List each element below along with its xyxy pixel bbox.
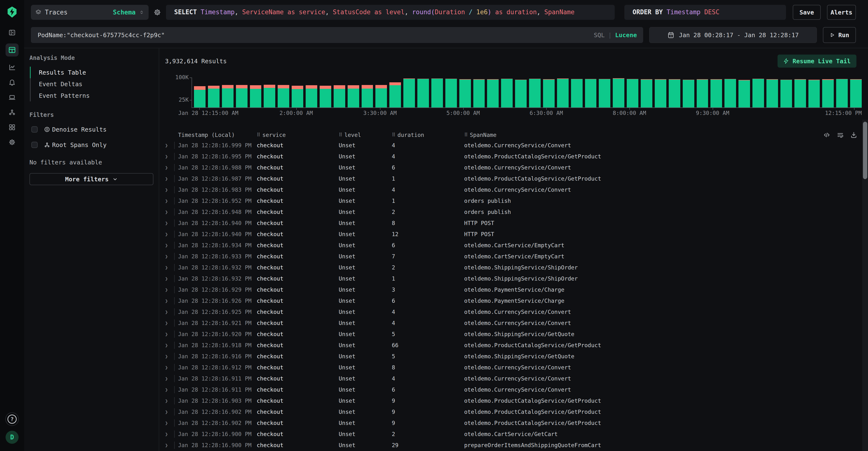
expand-chevron-icon[interactable]: ❯	[165, 276, 174, 282]
expand-chevron-icon[interactable]: ❯	[165, 365, 174, 370]
table-row[interactable]: ❯Jan 28 12:28:16.933 PMcheckoutUnset7ote…	[165, 251, 868, 262]
chart-bar[interactable]	[836, 79, 848, 108]
filter-denoise-results[interactable]: Denoise Results	[31, 122, 153, 137]
table-row[interactable]: ❯Jan 28 12:28:16.940 PMcheckoutUnset12HT…	[165, 229, 868, 240]
column-header-timestamp[interactable]: Timestamp (Local)	[178, 132, 249, 138]
alerts-button[interactable]: Alerts	[827, 5, 856, 20]
expand-chevron-icon[interactable]: ❯	[165, 298, 174, 304]
table-row[interactable]: ❯Jan 28 12:28:16.988 PMcheckoutUnset6ote…	[165, 162, 868, 173]
mode-event-patterns[interactable]: Event Patterns	[39, 90, 90, 102]
expand-chevron-icon[interactable]: ❯	[165, 398, 174, 404]
mode-event-deltas[interactable]: Event Deltas	[39, 78, 90, 90]
table-row[interactable]: ❯Jan 28 12:28:16.902 PMcheckoutUnset9ote…	[165, 406, 868, 418]
chart-bar[interactable]	[403, 79, 415, 108]
table-row[interactable]: ❯Jan 28 12:28:16.952 PMcheckoutUnset1ord…	[165, 195, 868, 206]
root-spans-checkbox[interactable]	[31, 142, 38, 148]
chart-bar[interactable]	[445, 79, 457, 108]
table-row[interactable]: ❯Jan 28 12:28:16.900 PMcheckoutUnset29pr…	[165, 440, 868, 451]
drag-handle-icon[interactable]: ⠿	[339, 132, 342, 138]
expand-chevron-icon[interactable]: ❯	[165, 287, 174, 292]
drag-handle-icon[interactable]: ⠿	[392, 132, 395, 138]
chart-bar[interactable]	[501, 79, 513, 108]
collapse-sidebar-icon[interactable]	[5, 26, 19, 39]
chart-bar[interactable]	[194, 86, 206, 108]
table-row[interactable]: ❯Jan 28 12:28:16.940 PMcheckoutUnset8HTT…	[165, 218, 868, 229]
expand-chevron-icon[interactable]: ❯	[165, 331, 174, 337]
download-icon[interactable]	[850, 131, 857, 139]
filter-root-spans-only[interactable]: Root Spans Only	[31, 137, 153, 152]
table-row[interactable]: ❯Jan 28 12:28:16.918 PMcheckoutUnset66ot…	[165, 340, 868, 351]
chart-bar[interactable]	[557, 79, 569, 108]
language-toggle[interactable]: SQL | Lucene	[594, 32, 637, 39]
chart-bar[interactable]	[850, 79, 862, 108]
chart-bar[interactable]	[250, 85, 261, 108]
client-sessions-laptop-icon[interactable]	[5, 91, 19, 104]
code-icon[interactable]	[823, 131, 830, 139]
date-range-picker[interactable]: 1 Jan 28 00:28:17 - Jan 28 12:28:17	[649, 27, 817, 43]
expand-chevron-icon[interactable]: ❯	[165, 142, 174, 148]
search-results-table-icon[interactable]	[5, 44, 19, 56]
drag-handle-icon[interactable]: ⠿	[257, 132, 260, 138]
column-header-level[interactable]: ⠿level	[332, 132, 384, 138]
table-row[interactable]: ❯Jan 28 12:28:16.983 PMcheckoutUnset4ote…	[165, 184, 868, 195]
expand-chevron-icon[interactable]: ❯	[165, 187, 174, 193]
chart-bar[interactable]	[334, 85, 345, 108]
wrap-lines-icon[interactable]	[837, 131, 844, 139]
table-row[interactable]: ❯Jan 28 12:28:16.912 PMcheckoutUnset8ote…	[165, 362, 868, 373]
chart-bar[interactable]	[683, 80, 694, 108]
expand-chevron-icon[interactable]: ❯	[165, 264, 174, 271]
expand-chevron-icon[interactable]: ❯	[165, 354, 174, 359]
expand-chevron-icon[interactable]: ❯	[165, 320, 174, 326]
chart-bar[interactable]	[292, 86, 303, 108]
chart-bar[interactable]	[543, 79, 555, 108]
chart-bar[interactable]	[808, 80, 820, 108]
sql-toggle[interactable]: SQL	[594, 32, 604, 39]
chart-bar[interactable]	[627, 79, 638, 108]
table-row[interactable]: ❯Jan 28 12:28:16.932 PMcheckoutUnset2ote…	[165, 262, 868, 273]
chart-bar[interactable]	[724, 79, 736, 108]
chart-bar[interactable]	[641, 79, 652, 108]
settings-gear-icon[interactable]	[5, 136, 19, 149]
expand-chevron-icon[interactable]: ❯	[165, 231, 174, 237]
resume-live-tail-button[interactable]: Resume Live Tail	[778, 55, 857, 67]
expand-chevron-icon[interactable]: ❯	[165, 420, 174, 426]
user-avatar[interactable]: D	[5, 431, 19, 444]
chart-bar[interactable]	[390, 82, 401, 108]
chart-bar[interactable]	[278, 85, 289, 108]
expand-chevron-icon[interactable]: ❯	[165, 176, 174, 181]
sql-select-input[interactable]: SELECT Timestamp, ServiceName as service…	[166, 5, 615, 20]
app-logo-icon[interactable]	[6, 6, 18, 18]
dashboards-grid-icon[interactable]	[5, 121, 19, 134]
chart-bar[interactable]	[697, 79, 708, 108]
expand-chevron-icon[interactable]: ❯	[165, 342, 174, 348]
source-settings-gear-icon[interactable]	[152, 8, 163, 16]
expand-chevron-icon[interactable]: ❯	[165, 254, 174, 259]
chart-bar[interactable]	[795, 79, 806, 108]
table-row[interactable]: ❯Jan 28 12:28:16.921 PMcheckoutUnset4ote…	[165, 317, 868, 329]
table-row[interactable]: ❯Jan 28 12:28:16.934 PMcheckoutUnset6ote…	[165, 240, 868, 251]
column-header-service[interactable]: ⠿service	[249, 132, 332, 138]
lucene-toggle[interactable]: Lucene	[615, 32, 637, 39]
chart-bar[interactable]	[571, 79, 583, 108]
expand-chevron-icon[interactable]: ❯	[165, 431, 174, 437]
help-icon[interactable]: ?	[5, 412, 19, 426]
chart-bar[interactable]	[515, 80, 527, 108]
source-select[interactable]: Traces Schema	[31, 5, 149, 20]
chart-bar[interactable]	[362, 85, 373, 108]
table-row[interactable]: ❯Jan 28 12:28:16.900 PMcheckoutUnset2ote…	[165, 428, 868, 440]
table-row[interactable]: ❯Jan 28 12:28:16.995 PMcheckoutUnset4ote…	[165, 151, 868, 162]
chart-bar[interactable]	[752, 79, 764, 108]
table-row[interactable]: ❯Jan 28 12:28:16.916 PMcheckoutUnset5ote…	[165, 351, 868, 362]
scrollbar-thumb[interactable]	[863, 122, 867, 179]
expand-chevron-icon[interactable]: ❯	[165, 165, 174, 170]
expand-chevron-icon[interactable]: ❯	[165, 387, 174, 393]
drag-handle-icon[interactable]: ⠿	[464, 132, 468, 138]
chart-bar[interactable]	[417, 79, 429, 108]
expand-chevron-icon[interactable]: ❯	[165, 409, 174, 415]
expand-chevron-icon[interactable]: ❯	[165, 376, 174, 382]
table-row[interactable]: ❯Jan 28 12:28:16.999 PMcheckoutUnset4ote…	[165, 140, 868, 151]
denoise-checkbox[interactable]	[31, 126, 38, 133]
chart-bar[interactable]	[208, 86, 220, 108]
chart-bar[interactable]	[739, 80, 750, 108]
more-filters-button[interactable]: More filters	[29, 173, 153, 185]
